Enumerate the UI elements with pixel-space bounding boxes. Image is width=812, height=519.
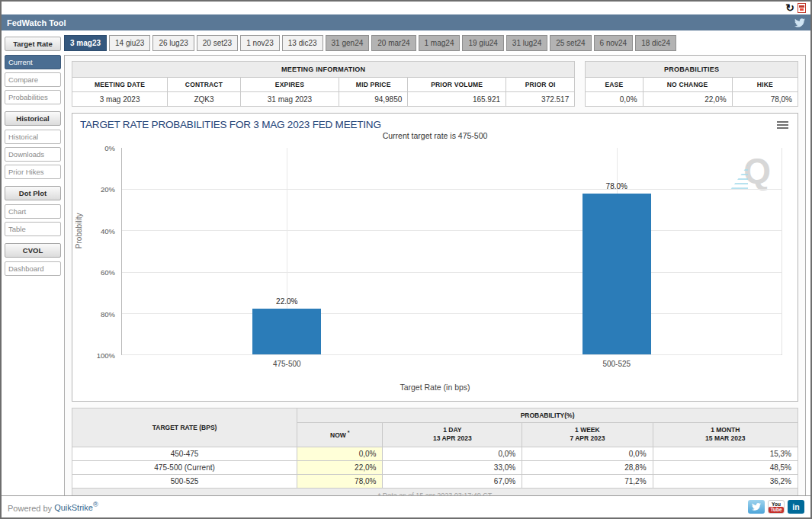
pdf-export-icon[interactable] [798,3,806,13]
gridline-h [122,189,782,190]
table-row: 500-52578,0%67,0%71,2%36,2% [72,474,798,488]
probabilities-summary-table: PROBABILITIESEASENO CHANGEHIKE0,0%22,0%7… [585,61,798,107]
gridline-h [122,354,782,355]
probability-group-header: PROBABILITY(%) [297,408,798,423]
probability-cell: 22,0% [297,460,383,474]
probability-cell: 48,5% [653,460,798,474]
probability-cell: 33,0% [383,460,522,474]
tab-31-lug24[interactable]: 31 lug24 [506,35,547,51]
app-title: FedWatch Tool [7,18,66,27]
x-axis-title: Target Rate (in bps) [72,380,798,401]
bar-chart: Probability Q 22.0%475-50078.0%500-525 0… [82,145,790,380]
chart-menu-icon[interactable] [777,119,788,130]
tab-26-lug23[interactable]: 26 lug23 [152,35,194,51]
gridline-h [122,313,782,314]
quikstrike-link[interactable]: QuikStrike® [54,503,98,512]
bar-500-525 [583,194,651,354]
y-tick-label: 20% [82,185,115,194]
probability-cell: 36,2% [653,474,798,488]
meeting-info-value: 94,9850 [339,92,408,107]
tab-14-giu23[interactable]: 14 giu23 [109,35,150,51]
meeting-info-col-header: PRIOR OI [506,78,575,92]
tab-20-set23[interactable]: 20 set23 [197,35,238,51]
app-header-bar: FedWatch Tool [2,14,810,30]
tab-31-gen24[interactable]: 31 gen24 [326,35,370,51]
target-rate-cell: 450-475 [72,447,297,460]
tab-1-mag24[interactable]: 1 mag24 [419,35,461,51]
probability-cell: 78,0% [297,474,383,488]
meeting-info-col-header: MEETING DATE [72,78,168,92]
sidebar: Target RateCurrentCompareProbabilitiesHi… [5,35,61,519]
quikstrike-watermark-icon: Q [730,155,771,186]
probability-cell: 0,0% [297,447,383,460]
probabilities-title: PROBABILITIES [586,62,798,78]
bar-475-500 [252,309,321,354]
bar-value-label: 78.0% [606,182,627,191]
probability-sub-header: 1 MONTH15 MAR 2023 [653,423,798,447]
probabilities-value: 78,0% [732,92,798,107]
meeting-info-title: MEETING INFORMATION [72,62,575,78]
tab-19-giu24[interactable]: 19 giu24 [462,35,503,51]
sidebar-item-chart[interactable]: Chart [5,204,61,219]
twitter-social-icon[interactable] [748,500,765,514]
meeting-info-col-header: EXPIRES [240,78,339,92]
probabilities-col-header: NO CHANGE [643,78,732,92]
sidebar-item-prior-hikes[interactable]: Prior Hikes [5,165,61,179]
probability-cell: 67,0% [383,474,522,488]
probability-cell: 0,0% [522,447,653,460]
fedwatch-window: ↻ FedWatch Tool Target RateCurrentCompar… [0,0,812,519]
y-tick-label: 60% [82,268,115,277]
twitter-icon[interactable] [794,18,805,27]
sidebar-item-current[interactable]: Current [5,55,61,69]
table-row: 475-500 (Current)22,0%33,0%28,8%48,5% [72,460,798,474]
sidebar-item-dashboard[interactable]: Dashboard [5,261,61,276]
sidebar-section-header: CVOL [5,243,61,258]
probability-sub-header: 1 DAY13 APR 2023 [383,423,522,447]
probabilities-value: 0,0% [586,92,643,107]
browser-chrome-strip: ↻ [2,2,810,14]
sidebar-section-header: Target Rate [5,37,61,51]
tab-6-nov24[interactable]: 6 nov24 [594,35,634,51]
y-tick-label: 100% [82,351,115,360]
probability-cell: 0,0% [383,447,522,460]
probability-cell: 28,8% [522,460,653,474]
meeting-date-tabs: 3 mag2314 giu2326 lug2320 set231 nov2313… [64,35,806,51]
chart-panel: TARGET RATE PROBABILITIES FOR 3 MAG 2023… [72,113,798,402]
sidebar-item-historical[interactable]: Historical [5,130,61,144]
tab-3-mag23[interactable]: 3 mag23 [64,35,107,51]
bar-value-label: 22.0% [276,297,297,306]
main-panel: MEETING INFORMATIONMEETING DATECONTRACTE… [64,55,806,519]
target-rate-cell: 500-525 [72,474,297,488]
tab-13-dic23[interactable]: 13 dic23 [282,35,323,51]
sidebar-section-header: Dot Plot [5,186,61,200]
refresh-icon[interactable]: ↻ [785,2,794,13]
tab-25-set24[interactable]: 25 set24 [550,35,591,51]
youtube-social-icon[interactable]: YouTube [768,500,785,514]
linkedin-social-icon[interactable]: in [788,500,804,514]
meeting-info-value: ZQK3 [168,92,241,107]
probabilities-col-header: HIKE [732,78,798,92]
plot-area: Q 22.0%475-50078.0%500-525 [121,148,782,355]
tab-1-nov23[interactable]: 1 nov23 [240,35,280,51]
probability-cell: 71,2% [522,474,653,488]
tab-20-mar24[interactable]: 20 mar24 [371,35,416,51]
tab-18-dic24[interactable]: 18 dic24 [635,35,676,51]
sidebar-item-table[interactable]: Table [5,222,61,236]
probabilities-col-header: EASE [586,78,643,92]
meeting-info-value: 372.517 [506,92,575,107]
meeting-info-value: 31 mag 2023 [240,92,339,107]
sidebar-item-compare[interactable]: Compare [5,72,61,87]
meeting-info-col-header: PRIOR VOLUME [408,78,506,92]
sidebar-item-downloads[interactable]: Downloads [5,147,61,162]
gridline-h [122,272,782,273]
sidebar-item-probabilities[interactable]: Probabilities [5,90,61,104]
table-row: 450-4750,0%0,0%0,0%15,3% [72,447,798,460]
y-tick-label: 80% [82,310,115,319]
target-rate-header: TARGET RATE (BPS) [72,408,297,447]
probabilities-value: 22,0% [643,92,732,107]
x-tick-label: 500-525 [602,360,631,368]
chart-title: TARGET RATE PROBABILITIES FOR 3 MAG 2023… [80,119,381,130]
probability-cell: 15,3% [653,447,798,460]
chart-subtitle: Current target rate is 475-500 [72,131,798,140]
y-tick-label: 0% [82,144,115,152]
